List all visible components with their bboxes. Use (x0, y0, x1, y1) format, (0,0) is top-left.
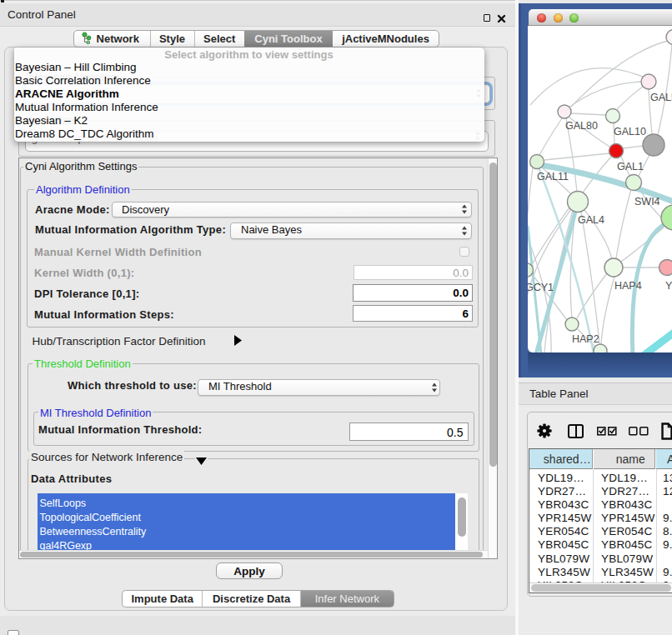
svg-text:Y: Y (665, 280, 672, 292)
svg-text:GAL10: GAL10 (614, 126, 646, 138)
svg-text:GCY1: GCY1 (528, 282, 554, 293)
svg-text:HAP4: HAP4 (614, 280, 642, 292)
svg-text:GAL1: GAL1 (617, 161, 644, 172)
svg-text:SWI4: SWI4 (634, 196, 660, 208)
svg-text:GAL80: GAL80 (565, 120, 598, 132)
svg-text:GAL4: GAL4 (578, 214, 604, 226)
svg-text:GAL11: GAL11 (537, 171, 569, 182)
svg-text:GAL5: GAL5 (650, 92, 672, 103)
svg-text:HAP2: HAP2 (572, 333, 599, 345)
